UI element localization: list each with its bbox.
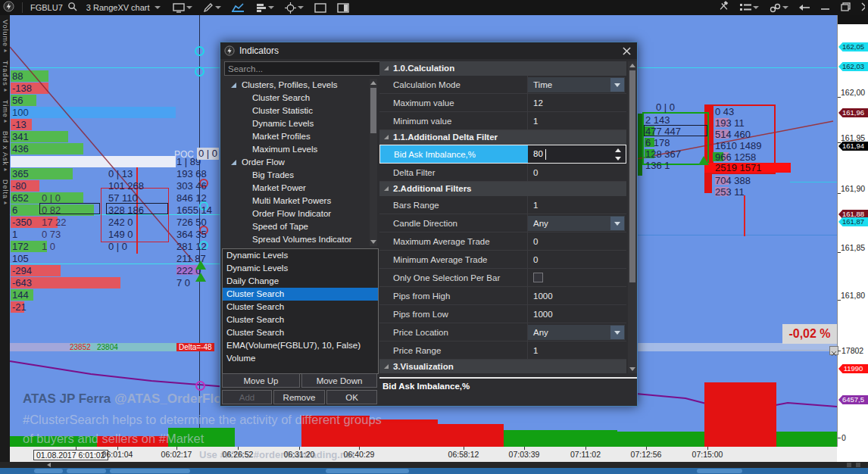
tree-item-cluster-search[interactable]: Cluster Search <box>220 92 369 104</box>
setting-dropdown[interactable]: Any <box>528 325 625 340</box>
dropdown-arrow-icon[interactable] <box>610 217 624 230</box>
close-icon[interactable] <box>861 1 865 14</box>
settings-scrollbar[interactable] <box>628 61 637 373</box>
line-chart-icon[interactable] <box>232 2 244 13</box>
rectangle-icon[interactable] <box>314 3 326 13</box>
rail-tab-volume[interactable]: Volume <box>2 15 9 56</box>
search-input[interactable] <box>224 61 382 76</box>
collapse-triangle-icon[interactable] <box>384 66 389 70</box>
list-settings-dropdown[interactable] <box>740 3 759 12</box>
chart-type-dropdown[interactable]: 3 RangeXV chart <box>86 3 150 12</box>
list-item[interactable]: Cluster Search <box>223 313 378 326</box>
list-item[interactable]: Volume <box>223 352 378 365</box>
setting-value[interactable]: 0 <box>533 232 538 251</box>
restore-icon[interactable] <box>841 1 851 14</box>
tree-scroll-thumb[interactable] <box>370 88 376 133</box>
list-item[interactable]: Dynamic Levels <box>223 262 378 275</box>
list-item[interactable]: Daily Change <box>223 275 378 288</box>
spin-down-icon[interactable] <box>615 157 621 161</box>
tree-item-cluster-statistic[interactable]: Cluster Statistic <box>220 104 369 117</box>
setting-value[interactable]: 1 <box>533 196 538 214</box>
dropdown-arrow-icon[interactable] <box>610 326 624 339</box>
tree-group-clusters-profiles-levels[interactable]: Clusters, Profiles, Levels <box>220 79 369 92</box>
tools-icon[interactable] <box>718 1 729 14</box>
tree-item-dynamic-levels[interactable]: Dynamic Levels <box>220 117 369 130</box>
tree-item-market-power[interactable]: Market Power <box>220 182 369 195</box>
setting-spinner-field[interactable]: 80 <box>528 145 626 163</box>
scroll-handle-icon-1[interactable] <box>847 463 851 467</box>
section-header[interactable]: 2.Additional Filters <box>379 182 626 196</box>
setting-value[interactable]: 1 <box>533 341 538 360</box>
section-header[interactable]: 1.1.Additional Delta Filter <box>379 130 626 145</box>
scrollbar-thumb[interactable] <box>697 469 742 473</box>
rail-tab-time[interactable]: Time <box>2 95 9 127</box>
setting-value[interactable]: 0 <box>533 164 538 182</box>
chevron-down-icon[interactable] <box>155 6 161 9</box>
chart-scroll-row[interactable] <box>0 462 868 468</box>
setting-value[interactable]: 12 <box>533 94 543 112</box>
setting-checkbox[interactable] <box>533 273 543 282</box>
spin-up-icon[interactable] <box>615 148 621 152</box>
scroll-handle-icon-2[interactable] <box>856 463 860 467</box>
time-axis[interactable]: Use #ATAS #orderflowtrading.net 01.08.20… <box>10 447 837 462</box>
scroll-up-icon[interactable] <box>629 64 635 67</box>
dropdown-arrow-icon[interactable] <box>610 78 624 92</box>
tree-scrollbar[interactable] <box>370 79 377 246</box>
setting-dropdown[interactable]: Time <box>528 77 625 92</box>
tree-item-maximum-levels[interactable]: Maximum Levels <box>220 143 369 156</box>
add-button[interactable]: Add <box>222 390 272 404</box>
section-header[interactable]: 3.Visualization <box>379 360 626 373</box>
setting-value[interactable]: 1 <box>533 112 538 130</box>
scrollbar-thumb[interactable] <box>326 469 409 473</box>
tree-item-spread-volumes-indicator[interactable]: Spread Volumes Indicator <box>220 233 369 246</box>
tree-group-order-flow[interactable]: Order Flow <box>220 156 369 169</box>
symbol-search-icon[interactable] <box>67 1 77 14</box>
layout-panels-icon[interactable] <box>337 3 349 13</box>
dialog-close-icon[interactable] <box>620 45 632 57</box>
scroll-left-arrow-icon[interactable] <box>47 463 51 467</box>
setting-value[interactable]: 1000 <box>533 287 553 305</box>
bottom-scrollbar[interactable] <box>0 468 868 474</box>
price-axis[interactable]: 17802 0 162,05162,03162,00161,96161,9516… <box>837 15 868 447</box>
move-up-button[interactable]: Move Up <box>222 373 300 388</box>
list-item[interactable]: Dynamic Levels <box>223 249 378 262</box>
setting-dropdown[interactable]: Any <box>528 216 625 231</box>
rail-tab-trades[interactable]: Trades <box>2 56 9 95</box>
tree-item-order-flow-indicator[interactable]: Order Flow Indicator <box>220 207 369 220</box>
section-header[interactable]: 1.0.Calculation <box>379 61 626 76</box>
bar-list-dropdown[interactable] <box>256 3 274 13</box>
link-dropdown[interactable] <box>770 3 788 13</box>
scrollbar-thumb[interactable] <box>110 469 190 473</box>
settings-scroll-thumb[interactable] <box>629 70 635 282</box>
scroll-down-icon[interactable] <box>629 367 635 371</box>
scroll-down-icon[interactable] <box>370 240 376 244</box>
dialog-title-bar[interactable]: Indicators <box>220 42 637 59</box>
tree-item-multi-market-powers[interactable]: Multi Market Powers <box>220 195 369 207</box>
tree-item-big-trades[interactable]: Big Trades <box>220 169 369 182</box>
tree-item-speed-of-tape[interactable]: Speed of Tape <box>220 220 369 233</box>
spinner-arrows-icon[interactable] <box>615 148 623 161</box>
draw-pencil-dropdown[interactable] <box>203 2 221 13</box>
rail-tab-delta[interactable]: Delta <box>2 175 9 208</box>
list-item[interactable]: Cluster Search <box>223 301 378 313</box>
tree-item-market-profiles[interactable]: Market Profiles <box>220 130 369 143</box>
expand-triangle-icon[interactable] <box>231 83 236 88</box>
collapse-triangle-icon[interactable] <box>384 186 389 191</box>
scrollbar-thumb[interactable] <box>34 469 63 473</box>
crosshair-dropdown[interactable] <box>285 2 304 14</box>
move-down-button[interactable]: Move Down <box>301 373 377 388</box>
minimize-icon[interactable] <box>821 1 830 14</box>
list-item[interactable]: Cluster Search <box>223 326 378 339</box>
list-item[interactable]: EMA(Volume(FGBLU7), 10, False) <box>223 339 378 352</box>
display-dropdown[interactable] <box>173 3 192 13</box>
ok-button[interactable]: OK <box>326 390 377 404</box>
scroll-up-icon[interactable] <box>370 81 376 85</box>
scrollbar-thumb[interactable] <box>67 469 106 473</box>
setting-value[interactable]: 0 <box>533 251 538 269</box>
collapse-triangle-icon[interactable] <box>384 135 389 139</box>
rail-tab-bid-x-ask[interactable]: Bid x Ask <box>2 126 9 175</box>
list-item[interactable]: Cluster Search <box>223 288 378 301</box>
collapse-triangle-icon[interactable] <box>384 364 389 369</box>
pin-icon[interactable] <box>799 1 810 14</box>
setting-value[interactable]: 1000 <box>533 305 553 323</box>
